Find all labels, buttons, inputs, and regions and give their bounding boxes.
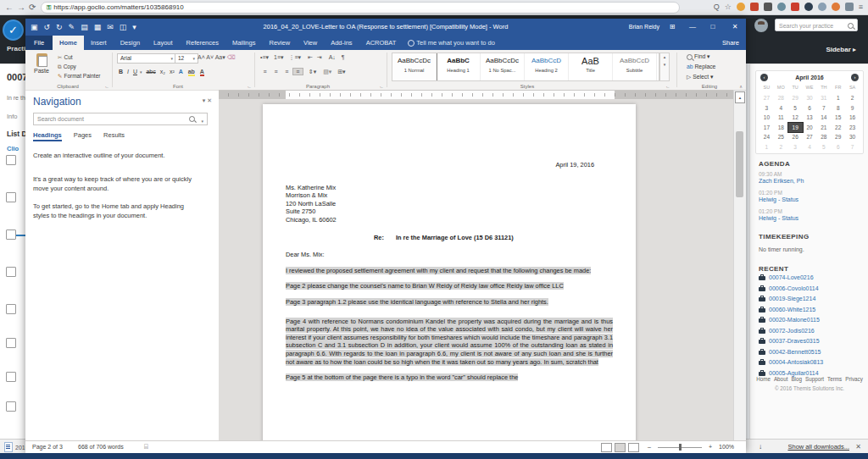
multilevel-list-button[interactable]: ⋮≡▾ <box>288 54 301 60</box>
style-heading-2[interactable]: AaBbCcDHeading 2 <box>525 53 569 80</box>
calendar-day[interactable]: 11 <box>774 113 788 122</box>
practice-search-input[interactable]: Search your practice <box>775 19 858 31</box>
browser-menu-icon[interactable]: ≡ <box>859 3 863 11</box>
calendar-day[interactable]: 26 <box>788 132 803 141</box>
document-checkbox[interactable] <box>6 338 16 348</box>
font-size-combo[interactable]: 12▾ <box>175 53 198 64</box>
ribbon-tab-file[interactable]: File <box>25 36 53 50</box>
document-search-input[interactable]: Search document ▾ <box>33 113 208 125</box>
numbering-button[interactable]: 1≡▾ <box>274 54 284 60</box>
document-checkbox[interactable] <box>6 230 16 240</box>
calendar-next-icon[interactable]: › <box>851 74 859 81</box>
recent-matter-link[interactable]: 00004-Antosiak0813 <box>769 359 823 365</box>
calendar-day[interactable]: 29 <box>831 132 845 141</box>
italic-button[interactable]: I <box>127 69 129 75</box>
tab-clio-docs[interactable]: Clio <box>7 145 19 152</box>
calendar-day-selected[interactable]: 19 <box>788 123 803 132</box>
page-indicator[interactable]: Page 2 of 3 <box>32 444 63 450</box>
ribbon-tab-acrobat[interactable]: ACROBAT <box>359 36 403 50</box>
sidebar-toggle[interactable]: Sidebar ▸ <box>826 46 856 53</box>
borders-button[interactable]: ⊞▾ <box>337 69 345 75</box>
calendar-day[interactable]: 27 <box>803 132 817 141</box>
bold-button[interactable]: B <box>119 69 123 75</box>
scrollbar-thumb[interactable] <box>736 131 743 197</box>
calendar-day[interactable]: 14 <box>816 113 831 122</box>
font-dialog-launcher[interactable]: ⌙ <box>248 84 251 89</box>
word-count[interactable]: 668 of 706 words <box>78 444 124 450</box>
nav-tab-headings[interactable]: Headings <box>33 131 62 141</box>
avatar[interactable] <box>754 19 768 32</box>
ribbon-tab-insert[interactable]: Insert <box>84 36 114 50</box>
style-subtitle[interactable]: AaBbCcDSubtitle <box>613 53 657 80</box>
footer-link-home[interactable]: Home <box>756 376 771 382</box>
web-layout-icon[interactable] <box>628 443 639 452</box>
recent-matter-link[interactable]: 00037-Draves0315 <box>769 338 820 344</box>
word-account-name[interactable]: Brian Reidy <box>629 19 659 36</box>
browser-forward-icon[interactable]: → <box>17 0 25 14</box>
extension-icon-3[interactable] <box>777 3 786 11</box>
styles-scroll-buttons[interactable]: ▴▾ <box>659 53 670 81</box>
recent-matter-link[interactable]: 00020-Malone0115 <box>769 317 820 323</box>
calendar-day[interactable]: 28 <box>816 132 831 141</box>
line-spacing-button[interactable]: ⇕▾ <box>309 69 316 75</box>
calendar-day[interactable]: 27 <box>760 93 774 102</box>
browser-reload-icon[interactable]: ⟳ <box>29 0 36 14</box>
calendar-day[interactable]: 8 <box>831 103 845 113</box>
calendar-day[interactable]: 30 <box>845 132 860 141</box>
calendar-day[interactable]: 4 <box>774 103 788 113</box>
document-checkbox[interactable] <box>6 267 16 277</box>
extension-icon-8[interactable] <box>845 3 854 11</box>
ribbon-tab-design[interactable]: Design <box>114 36 147 50</box>
show-all-downloads-link[interactable]: Show all downloads... <box>787 443 849 451</box>
calendar-day[interactable]: 30 <box>803 93 817 102</box>
calendar-day[interactable]: 21 <box>816 123 831 132</box>
document-checkbox[interactable] <box>6 155 16 165</box>
recent-matter-link[interactable]: 00074-Love0216 <box>769 274 814 280</box>
calendar-day[interactable]: 2 <box>845 93 860 102</box>
copy-button[interactable]: ⧉Copy <box>58 64 76 70</box>
shading-button[interactable]: ▨▾ <box>323 69 331 75</box>
browser-back-icon[interactable]: ← <box>5 0 14 14</box>
calendar-day[interactable]: 5 <box>816 142 831 152</box>
select-button[interactable]: ▷ Select ▾ <box>687 74 713 80</box>
underline-button[interactable]: U <box>133 69 137 75</box>
calendar-day[interactable]: 10 <box>760 113 774 122</box>
new-file-icon[interactable]: ▤ <box>81 23 88 31</box>
font-name-combo[interactable]: Arial▾ <box>117 53 176 64</box>
calendar-day[interactable]: 24 <box>760 132 774 141</box>
open-icon[interactable]: ▦ <box>94 23 102 31</box>
recent-matter-link[interactable]: 00006-Covolo0114 <box>769 285 819 291</box>
ribbon-tab-mailings[interactable]: Mailings <box>225 36 263 50</box>
decrease-indent-button[interactable]: ⇤ <box>308 54 313 60</box>
calendar-day[interactable]: 22 <box>831 123 845 132</box>
zoom-out-icon[interactable]: Q <box>714 3 720 11</box>
qat-more-icon[interactable]: ▾ <box>132 23 136 31</box>
calendar-day[interactable]: 7 <box>845 142 860 152</box>
zoom-level[interactable]: 100% <box>719 444 734 450</box>
ribbon-tab-review[interactable]: Review <box>262 36 297 50</box>
ribbon-tab-view[interactable]: View <box>297 36 324 50</box>
calendar-day[interactable]: 3 <box>788 142 803 152</box>
ribbon-collapse-icon[interactable]: ∧ <box>739 84 743 89</box>
extension-icon-6[interactable] <box>818 3 826 11</box>
save-icon[interactable]: ▣ <box>31 23 38 31</box>
text-effects-button[interactable]: A <box>179 69 183 75</box>
calendar-day[interactable]: 13 <box>803 113 817 122</box>
calendar-day[interactable]: 29 <box>788 93 803 102</box>
footer-link-terms[interactable]: Terms <box>827 376 842 382</box>
recent-matter-link[interactable]: 00019-Siege1214 <box>769 296 815 301</box>
show-marks-button[interactable]: ¶ <box>342 54 345 60</box>
clio-logo-icon[interactable]: ✓ <box>3 19 24 41</box>
recent-matter-link[interactable]: 00042-Bennett0515 <box>769 349 821 355</box>
agenda-event-link[interactable]: Zach Eriksen, Ph <box>759 178 804 184</box>
document-checkbox[interactable] <box>6 304 16 314</box>
document-checkbox[interactable] <box>6 192 16 202</box>
clipboard-dialog-launcher[interactable]: ⌙ <box>105 84 108 89</box>
extension-icon-2[interactable] <box>764 3 772 11</box>
sort-button[interactable]: A↓ <box>329 54 336 60</box>
document-checkbox[interactable] <box>6 372 16 382</box>
justify-button[interactable]: ≡ <box>293 69 303 75</box>
extension-icon-7[interactable] <box>832 3 840 11</box>
grow-shrink-font-buttons[interactable]: A˄ A˅ Aa▾ ⌫ <box>198 54 236 61</box>
style-1-no-spac-[interactable]: AaBbCcDc1 No Spac... <box>481 53 525 80</box>
